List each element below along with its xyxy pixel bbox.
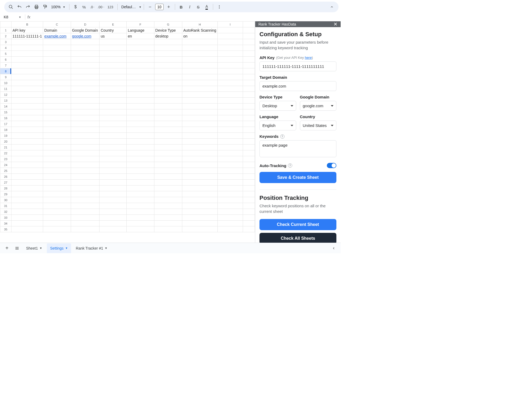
cell[interactable] <box>71 203 100 209</box>
cell[interactable] <box>217 57 243 63</box>
cell[interactable] <box>154 80 182 86</box>
italic-icon[interactable]: I <box>186 3 194 11</box>
row-header[interactable]: 3 <box>0 39 11 45</box>
cell[interactable] <box>154 197 182 203</box>
cell[interactable] <box>71 127 100 133</box>
cell[interactable] <box>100 92 127 98</box>
cell[interactable] <box>154 109 182 115</box>
cell[interactable] <box>100 185 127 191</box>
cell[interactable] <box>243 121 255 127</box>
cell[interactable] <box>217 215 243 221</box>
cell[interactable] <box>11 104 43 109</box>
cell[interactable] <box>71 121 100 127</box>
target-domain-input[interactable] <box>259 81 336 91</box>
cell[interactable] <box>243 185 255 191</box>
cell[interactable] <box>100 197 127 203</box>
select-all-corner[interactable] <box>0 22 11 27</box>
column-header[interactable] <box>243 22 255 27</box>
cell[interactable] <box>71 226 100 232</box>
cell[interactable] <box>154 156 182 162</box>
cell[interactable] <box>100 221 127 226</box>
cell[interactable] <box>127 209 154 215</box>
cell[interactable] <box>11 98 43 104</box>
cell[interactable] <box>182 127 217 133</box>
column-header[interactable]: B <box>11 22 43 27</box>
cell[interactable] <box>100 80 127 86</box>
cell[interactable] <box>100 86 127 92</box>
cell[interactable] <box>127 226 154 232</box>
cell[interactable] <box>100 203 127 209</box>
cell[interactable] <box>182 203 217 209</box>
cell[interactable] <box>100 104 127 109</box>
more-options-icon[interactable] <box>215 3 223 11</box>
cell[interactable] <box>217 98 243 104</box>
cell[interactable] <box>217 109 243 115</box>
api-key-input[interactable] <box>259 61 336 71</box>
search-icon[interactable] <box>7 3 15 11</box>
cell[interactable] <box>71 133 100 139</box>
cell[interactable] <box>43 92 71 98</box>
cell[interactable] <box>182 57 217 63</box>
font-size-input[interactable] <box>155 4 164 10</box>
row-header[interactable]: 7 <box>0 63 11 68</box>
row-header[interactable]: 18 <box>0 127 11 133</box>
cell[interactable] <box>154 121 182 127</box>
cell[interactable] <box>154 86 182 92</box>
cell[interactable] <box>127 115 154 121</box>
row-header[interactable]: 31 <box>0 203 11 209</box>
cell[interactable] <box>154 127 182 133</box>
cell[interactable] <box>217 33 243 39</box>
cell[interactable] <box>243 197 255 203</box>
cell[interactable] <box>11 203 43 209</box>
cell[interactable] <box>127 191 154 197</box>
cell[interactable] <box>243 109 255 115</box>
cell[interactable] <box>182 226 217 232</box>
cell[interactable] <box>43 150 71 156</box>
google-domain-select[interactable]: google.com <box>300 101 337 111</box>
row-header[interactable]: 28 <box>0 185 11 191</box>
cell[interactable] <box>43 51 71 57</box>
cell[interactable] <box>217 74 243 80</box>
cell[interactable] <box>127 221 154 226</box>
cell[interactable] <box>11 51 43 57</box>
cell[interactable] <box>127 168 154 174</box>
cell[interactable]: API key <box>11 27 43 33</box>
cell[interactable] <box>43 45 71 51</box>
cell[interactable] <box>43 109 71 115</box>
cell[interactable] <box>243 51 255 57</box>
formula-input[interactable] <box>32 14 339 20</box>
cell[interactable] <box>127 39 154 45</box>
cell[interactable] <box>154 39 182 45</box>
cell[interactable] <box>154 133 182 139</box>
cell[interactable] <box>127 109 154 115</box>
row-header[interactable]: 13 <box>0 98 11 104</box>
cell[interactable] <box>71 180 100 185</box>
cell[interactable] <box>243 144 255 150</box>
cell[interactable] <box>154 45 182 51</box>
cell[interactable] <box>243 180 255 185</box>
cell[interactable] <box>182 68 217 74</box>
cell[interactable] <box>11 168 43 174</box>
cell[interactable] <box>154 185 182 191</box>
cell[interactable] <box>154 63 182 68</box>
cell[interactable] <box>100 168 127 174</box>
row-header[interactable]: 17 <box>0 121 11 127</box>
cell[interactable] <box>100 39 127 45</box>
cell[interactable] <box>71 104 100 109</box>
tab-rank-tracker-1[interactable]: Rank Tracker #1▼ <box>73 243 111 253</box>
cell[interactable] <box>100 191 127 197</box>
cell[interactable]: us <box>100 33 127 39</box>
cell[interactable]: Device Type <box>154 27 182 33</box>
cell[interactable] <box>182 168 217 174</box>
cell[interactable] <box>182 150 217 156</box>
cell[interactable] <box>43 174 71 180</box>
cell[interactable] <box>11 197 43 203</box>
cell[interactable] <box>182 115 217 121</box>
cell[interactable] <box>217 191 243 197</box>
cell[interactable] <box>11 133 43 139</box>
strikethrough-icon[interactable]: S <box>194 3 202 11</box>
cell[interactable] <box>11 191 43 197</box>
auto-tracking-toggle[interactable] <box>327 163 336 168</box>
cell[interactable] <box>243 63 255 68</box>
column-header[interactable]: F <box>127 22 154 27</box>
